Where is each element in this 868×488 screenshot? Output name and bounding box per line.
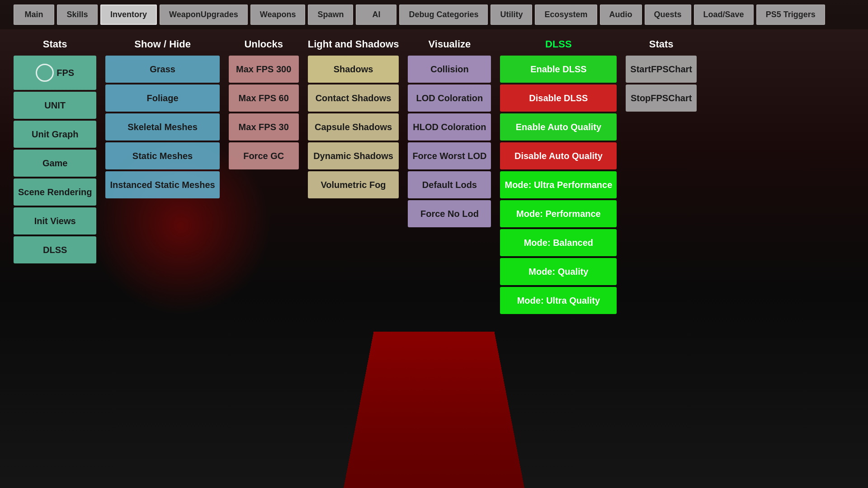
col-visualize: Visualize Collision LOD Coloration HLOD …: [408, 38, 491, 314]
btn-disable-dlss[interactable]: Disable DLSS: [500, 84, 617, 112]
btn-start-fps-chart[interactable]: StartFPSChart: [626, 56, 697, 83]
btn-scene-rendering[interactable]: Scene Rendering: [14, 178, 96, 206]
btn-hlod-coloration[interactable]: HLOD Coloration: [408, 113, 491, 141]
col-stats1-header: Stats: [14, 38, 96, 50]
btn-contact-shadows[interactable]: Contact Shadows: [308, 84, 399, 112]
btn-mode-balanced[interactable]: Mode: Balanced: [500, 229, 617, 256]
col-stats2: Stats StartFPSChart StopFPSChart: [626, 38, 697, 314]
col-unlocks: Unlocks Max FPS 300 Max FPS 60 Max FPS 3…: [229, 38, 299, 314]
nav-utility[interactable]: Utility: [491, 5, 532, 25]
btn-skeletal-meshes[interactable]: Skeletal Meshes: [105, 113, 219, 141]
col-light-shadows: Light and Shadows Shadows Contact Shadow…: [308, 38, 399, 314]
btn-grass[interactable]: Grass: [105, 56, 219, 83]
nav-skills[interactable]: Skills: [57, 5, 98, 25]
main-content: Stats FPS UNIT Unit Graph Game Scene Ren…: [0, 29, 868, 323]
btn-enable-dlss[interactable]: Enable DLSS: [500, 56, 617, 83]
nav-spawn[interactable]: Spawn: [308, 5, 353, 25]
btn-unit-graph[interactable]: Unit Graph: [14, 121, 96, 148]
btn-instanced-static-meshes[interactable]: Instanced Static Meshes: [105, 171, 219, 198]
btn-unit[interactable]: UNIT: [14, 92, 96, 119]
col-visualize-header: Visualize: [408, 38, 491, 50]
col-stats2-header: Stats: [626, 38, 697, 50]
nav-ps5-triggers[interactable]: PS5 Triggers: [756, 5, 825, 25]
btn-capsule-shadows[interactable]: Capsule Shadows: [308, 113, 399, 141]
btn-disable-auto-quality[interactable]: Disable Auto Quality: [500, 142, 617, 169]
nav-quests[interactable]: Quests: [645, 5, 691, 25]
nav-audio[interactable]: Audio: [600, 5, 642, 25]
nav-ecosystem[interactable]: Ecosystem: [535, 5, 597, 25]
col-show-hide: Show / Hide Grass Foliage Skeletal Meshe…: [105, 38, 219, 314]
btn-mode-ultra-quality[interactable]: Mode: Ultra Quality: [500, 287, 617, 314]
btn-force-worst-lod[interactable]: Force Worst LOD: [408, 142, 491, 169]
btn-dlss-stat[interactable]: DLSS: [14, 236, 96, 263]
nav-weapon-upgrades[interactable]: WeaponUpgrades: [160, 5, 248, 25]
nav-weapons[interactable]: Weapons: [250, 5, 306, 25]
col-dlss-header: DLSS: [500, 38, 617, 50]
btn-lod-coloration[interactable]: LOD Coloration: [408, 84, 491, 112]
btn-force-no-lod[interactable]: Force No Lod: [408, 200, 491, 227]
fps-circle-icon: [36, 64, 54, 82]
col-unlocks-header: Unlocks: [229, 38, 299, 50]
btn-max-fps-30[interactable]: Max FPS 30: [229, 113, 299, 141]
btn-init-views[interactable]: Init Views: [14, 207, 96, 235]
col-light-shadows-header: Light and Shadows: [308, 38, 399, 50]
col-dlss: DLSS Enable DLSS Disable DLSS Enable Aut…: [500, 38, 617, 314]
col-show-hide-header: Show / Hide: [105, 38, 219, 50]
btn-volumetric-fog[interactable]: Volumetric Fog: [308, 171, 399, 198]
btn-shadows[interactable]: Shadows: [308, 56, 399, 83]
nav-ai[interactable]: AI: [356, 5, 396, 25]
btn-force-gc[interactable]: Force GC: [229, 142, 299, 169]
nav-inventory[interactable]: Inventory: [100, 5, 157, 25]
btn-stop-fps-chart[interactable]: StopFPSChart: [626, 84, 697, 112]
btn-static-meshes[interactable]: Static Meshes: [105, 142, 219, 169]
btn-max-fps-60[interactable]: Max FPS 60: [229, 84, 299, 112]
btn-enable-auto-quality[interactable]: Enable Auto Quality: [500, 113, 617, 141]
btn-mode-performance[interactable]: Mode: Performance: [500, 200, 617, 227]
btn-default-lods[interactable]: Default Lods: [408, 171, 491, 198]
nav-debug-categories[interactable]: Debug Categories: [399, 5, 488, 25]
btn-foliage[interactable]: Foliage: [105, 84, 219, 112]
btn-game[interactable]: Game: [14, 150, 96, 177]
btn-dynamic-shadows[interactable]: Dynamic Shadows: [308, 142, 399, 169]
top-nav: Main Skills Inventory WeaponUpgrades Wea…: [0, 0, 868, 29]
btn-collision[interactable]: Collision: [408, 56, 491, 83]
btn-max-fps-300[interactable]: Max FPS 300: [229, 56, 299, 83]
nav-load-save[interactable]: Load/Save: [694, 5, 754, 25]
btn-fps[interactable]: FPS: [14, 56, 96, 90]
btn-mode-ultra-performance[interactable]: Mode: Ultra Performance: [500, 171, 617, 198]
nav-main[interactable]: Main: [14, 5, 54, 25]
col-stats1: Stats FPS UNIT Unit Graph Game Scene Ren…: [14, 38, 96, 314]
btn-mode-quality[interactable]: Mode: Quality: [500, 258, 617, 285]
